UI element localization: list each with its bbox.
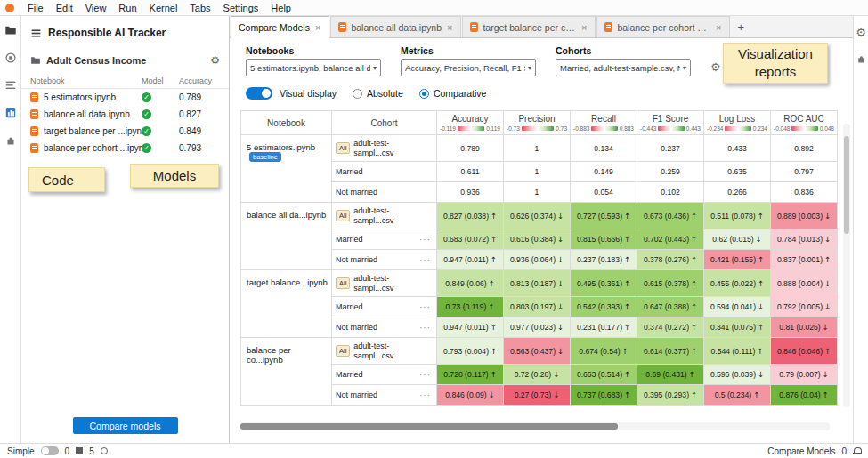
- horizontal-scrollbar-thumb[interactable]: [240, 423, 618, 430]
- menu-item-view[interactable]: View: [79, 2, 113, 14]
- arrow-up-icon: ↑: [757, 347, 763, 356]
- cohort-name: adult-test-sampl...csv: [353, 206, 412, 226]
- cohort-name: adult-test-sampl...csv: [353, 139, 412, 158]
- table-row: target balance...ipynbAlladult-test-samp…: [241, 270, 838, 297]
- row-menu-dots[interactable]: ···: [419, 370, 433, 380]
- row-menu-dots[interactable]: ···: [419, 323, 433, 333]
- metric-value: 0.876 (0.04): [779, 390, 820, 399]
- simple-mode-toggle[interactable]: [41, 446, 59, 455]
- scale-gradient-bar: [522, 126, 555, 131]
- terminal-icon[interactable]: [76, 447, 83, 454]
- row-menu-dots[interactable]: ···: [419, 235, 433, 245]
- scale-max: 0.234: [753, 125, 767, 132]
- metric-value: 0.947 (0.011): [443, 255, 488, 264]
- arrow-down-icon: ↓: [557, 347, 564, 356]
- arrow-down-icon: ↓: [823, 323, 829, 332]
- header-notebook: Notebook: [241, 111, 332, 135]
- kernel-icon[interactable]: [101, 447, 108, 454]
- close-icon[interactable]: ×: [446, 22, 453, 33]
- metric-value: 0.977 (0.023): [510, 323, 556, 332]
- tab-2[interactable]: target balance per cohort.ipy×: [462, 16, 596, 37]
- close-icon[interactable]: ×: [580, 22, 588, 33]
- menu-item-help[interactable]: Help: [264, 2, 297, 14]
- menu-item-edit[interactable]: Edit: [50, 2, 79, 14]
- cohort-cell-inner: Not married: [336, 188, 433, 197]
- metric-value: 0.889 (0.003): [777, 212, 823, 221]
- model-registered-check-icon: ✓: [142, 109, 151, 119]
- metric-cell: 0.849 (0.06)↑: [437, 270, 504, 297]
- menu-item-settings[interactable]: Settings: [217, 2, 265, 14]
- menu-item-run[interactable]: Run: [112, 2, 142, 14]
- notebook-cell: target balance...ipynb: [241, 270, 332, 338]
- scale-max: 0.119: [486, 125, 500, 132]
- project-settings-gear-icon[interactable]: ⚙: [210, 55, 220, 66]
- notebooks-select[interactable]: 5 estimators.ipynb, balance all data... …: [246, 59, 381, 76]
- file-browser-icon[interactable]: [4, 23, 17, 36]
- arrow-down-icon: ↓: [824, 279, 831, 288]
- arrow-down-icon: ↓: [557, 235, 564, 244]
- cohort-cell-inner: Not married···: [336, 323, 433, 333]
- cohort-name: Married: [336, 370, 363, 380]
- metric-name: ROC AUC: [771, 111, 837, 124]
- metric-cell: 0.836: [771, 182, 838, 203]
- chevron-down-icon: ▾: [528, 64, 531, 72]
- property-inspector-gear-icon[interactable]: ⚙: [856, 27, 866, 38]
- metric-cell: 0.611: [437, 162, 504, 182]
- metric-cell: 0.5 (0.234)↑: [704, 385, 771, 406]
- notebook-list-item[interactable]: balance all data.ipynb✓0.827: [21, 106, 229, 123]
- bell-icon[interactable]: [853, 447, 861, 455]
- scale-gradient-bar: [591, 126, 617, 131]
- menu-item-tabs[interactable]: Tabs: [183, 2, 216, 14]
- notebooks-label: Notebooks: [246, 45, 381, 56]
- horizontal-scrollbar: [240, 422, 830, 430]
- notebook-list-header: Notebook Model Accuracy: [21, 71, 229, 89]
- scale-gradient-bar: [458, 126, 484, 131]
- row-menu-dots[interactable]: ···: [419, 302, 433, 312]
- metric-value: 1: [535, 167, 539, 176]
- metric-value: 0.421 (0.155): [710, 255, 756, 264]
- metric-cell: 0.455 (0.022)↑: [704, 270, 771, 297]
- metric-cell: 0.511 (0.078)↑: [704, 203, 771, 229]
- close-icon[interactable]: ×: [715, 22, 722, 33]
- new-tab-button[interactable]: +: [731, 16, 750, 37]
- close-icon[interactable]: ×: [314, 22, 321, 33]
- row-menu-dots[interactable]: ···: [419, 390, 433, 400]
- notebook-list-item[interactable]: 5 estimators.ipynb✓0.789: [21, 89, 229, 106]
- running-kernels-icon[interactable]: [4, 51, 17, 64]
- metric-value: 0.836: [794, 188, 814, 197]
- cohorts-select[interactable]: Married, adult-test-sample.csv, Not ... …: [556, 59, 691, 76]
- table-of-contents-icon[interactable]: [4, 78, 17, 92]
- menu-item-file[interactable]: File: [21, 2, 50, 14]
- project-row[interactable]: Adult Census Income ⚙: [21, 48, 229, 71]
- metric-value: 0.5 (0.234): [715, 390, 752, 399]
- vertical-scrollbar-thumb[interactable]: [844, 136, 849, 234]
- arrow-up-icon: ↑: [758, 255, 764, 264]
- compare-models-button[interactable]: Compare models: [73, 417, 178, 434]
- table-settings-gear-icon[interactable]: ⚙: [710, 61, 721, 73]
- absolute-radio[interactable]: Absolute: [353, 88, 403, 99]
- row-menu-dots[interactable]: ···: [419, 255, 433, 265]
- rai-tracker-icon[interactable]: [4, 106, 17, 119]
- chevron-down-icon: ▾: [373, 64, 377, 72]
- callout-visualization-reports: Visualization reports: [723, 43, 828, 84]
- cohort-cell-inner: Not married···: [336, 390, 433, 400]
- notebook-list-item[interactable]: target balance per ...ipynb✓0.849: [21, 123, 229, 140]
- comparative-radio[interactable]: Comparative: [419, 88, 487, 99]
- extension-manager-icon[interactable]: [4, 133, 17, 147]
- tab-1[interactable]: balance all data.ipynb×: [330, 16, 461, 37]
- notebook-list-item[interactable]: balance per cohort ...ipynb✓0.793: [21, 140, 229, 157]
- metric-value: 0.231 (0.177): [577, 323, 622, 332]
- metric-value: 0.79 (0.007): [779, 370, 820, 379]
- tab-3[interactable]: balance per cohort both.ipyn×: [596, 16, 730, 37]
- comparison-table-wrap: Notebook Cohort Accuracy-0.1190.119Preci…: [240, 110, 853, 406]
- visual-display-toggle[interactable]: [246, 87, 272, 100]
- arrow-up-icon: ↑: [758, 323, 764, 332]
- tab-0[interactable]: Compare Models×: [231, 16, 329, 37]
- extensions-puzzle-icon[interactable]: [855, 52, 868, 66]
- metric-value: 0.237: [661, 144, 680, 153]
- metric-cell: 0.683 (0.072)↑: [437, 229, 504, 250]
- metric-value: 0.054: [594, 188, 613, 197]
- metrics-select[interactable]: Accuracy, Precision, Recall, F1 Score...…: [401, 59, 536, 76]
- menu-item-kernel[interactable]: Kernel: [143, 2, 184, 14]
- metric-color-scale: -0.8830.883: [571, 124, 637, 134]
